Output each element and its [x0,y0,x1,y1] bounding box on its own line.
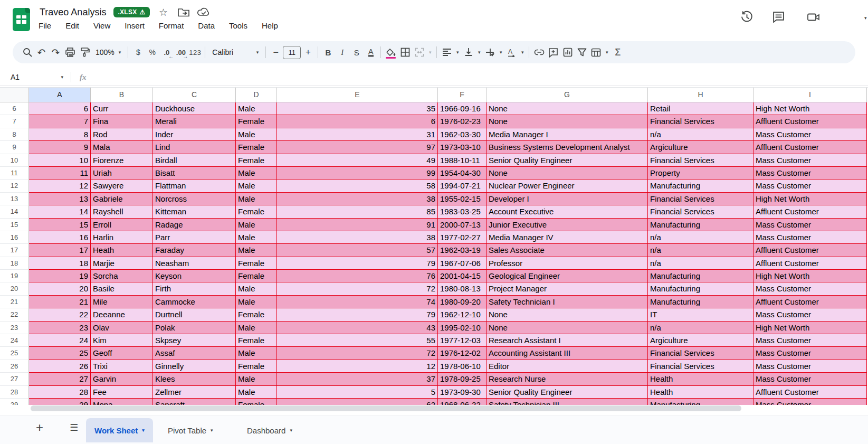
cell[interactable]: Mass Customer [753,154,867,167]
column-header-d[interactable]: D [236,88,277,102]
decrease-font-size-button[interactable]: − [269,45,283,60]
cell[interactable]: 1978-06-10 [438,360,487,373]
cell[interactable]: Argiculture [648,334,753,347]
cell[interactable]: Marjie [91,257,153,270]
cell[interactable]: None [487,115,648,128]
cell[interactable]: Bisatt [153,167,236,180]
insert-comment-icon[interactable] [546,45,560,60]
cell[interactable]: 6 [29,102,91,115]
cell[interactable]: Mass Customer [753,373,867,385]
increase-font-size-button[interactable]: + [301,45,315,60]
cell[interactable]: Klees [153,373,236,385]
more-formats-button[interactable]: 123 [188,45,202,60]
cell[interactable]: IT [648,308,753,321]
cell[interactable]: Financial Services [648,205,753,218]
cell[interactable]: Affluent Customer [753,386,867,399]
cell[interactable]: 28 [29,386,91,399]
fill-color-button[interactable] [384,45,398,60]
cell[interactable]: 27 [29,373,91,385]
cell[interactable]: Male [236,193,277,205]
cell[interactable]: 12 [29,180,91,192]
cell[interactable]: Mona [91,399,153,405]
cell[interactable]: High Net Worth [753,322,867,334]
cell[interactable]: Olav [91,322,153,334]
cell[interactable]: 1977-12-03 [438,334,487,347]
cell[interactable]: Erroll [91,219,153,231]
cell[interactable]: Retail [648,102,753,115]
cell[interactable]: Flattman [153,180,236,192]
table-tools-icon[interactable] [589,45,603,60]
all-sheets-button[interactable]: ☰ [70,422,78,433]
cell[interactable]: Male [236,102,277,115]
cell[interactable]: Safety Technician III [487,399,648,405]
cell[interactable]: Kim [91,334,153,347]
cell[interactable]: Female [236,141,277,154]
row-header[interactable]: 13 [0,193,29,205]
cell[interactable]: Mile [91,296,153,308]
cell[interactable]: Inder [153,128,236,141]
cell[interactable]: Female [236,334,277,347]
cell[interactable]: Male [236,296,277,308]
cell[interactable]: Rayshell [91,205,153,218]
cell[interactable]: Female [236,257,277,270]
cell[interactable]: Financial Services [648,347,753,360]
format-percent-icon[interactable]: % [145,45,159,60]
tab-dashboard[interactable]: Dashboard ▾ [239,418,301,442]
cell[interactable]: High Net Worth [753,102,867,115]
column-header-g[interactable]: G [487,88,648,102]
cell[interactable]: Mass Customer [753,360,867,373]
cell[interactable]: n/a [648,231,753,244]
cell[interactable]: Affluent Customer [753,244,867,257]
cell[interactable]: Senior Quality Engineer [487,154,648,167]
italic-button[interactable]: I [335,45,349,60]
cell[interactable]: 1976-12-02 [438,347,487,360]
cell[interactable]: Professor [487,257,648,270]
row-header[interactable]: 28 [0,386,29,399]
cell[interactable]: Fina [91,115,153,128]
menu-view[interactable]: View [93,21,110,30]
cell[interactable]: Manufacturing [648,270,753,282]
row-header[interactable]: 20 [0,282,29,295]
merge-cells-button[interactable] [412,45,426,60]
row-header[interactable]: 18 [0,257,29,270]
cell[interactable]: Merali [153,115,236,128]
cell[interactable]: Project Manager [487,282,648,295]
cell[interactable]: Trixi [91,360,153,373]
cell[interactable]: Account Executive [487,205,648,218]
cell[interactable]: Manufacturing [648,219,753,231]
cell[interactable]: 19 [29,270,91,282]
cell[interactable]: None [487,102,648,115]
cell[interactable]: Mass Customer [753,282,867,295]
select-all-corner[interactable] [0,88,29,102]
borders-button[interactable] [398,45,412,60]
increase-decimal-icon[interactable]: .00 → [174,45,188,60]
cell[interactable]: n/a [648,322,753,334]
cell[interactable]: n/a [648,257,753,270]
row-header[interactable]: 12 [0,180,29,192]
cell[interactable]: Basile [91,282,153,295]
font-select[interactable]: Calibri ▾ [208,45,263,60]
cell[interactable]: Affluent Customer [753,141,867,154]
cell[interactable]: Durtnell [153,308,236,321]
formula-input[interactable] [87,69,868,86]
row-header[interactable]: 21 [0,296,29,308]
cell[interactable]: 2000-07-13 [438,219,487,231]
menu-format[interactable]: Format [159,21,184,30]
table-tools-dropdown-icon[interactable]: ▾ [603,45,611,60]
menu-insert[interactable]: Insert [125,21,145,30]
cell[interactable]: Sawyere [91,180,153,192]
cell[interactable]: 74 [277,296,438,308]
paint-format-icon[interactable] [77,45,91,60]
row-header[interactable]: 19 [0,270,29,282]
cell[interactable]: 49 [277,154,438,167]
row-header[interactable]: 10 [0,154,29,167]
cell[interactable]: Affluent Customer [753,115,867,128]
cell[interactable]: Developer I [487,193,648,205]
column-header-a[interactable]: A [29,88,91,102]
cell[interactable]: n/a [648,244,753,257]
cell[interactable]: 62 [277,399,438,405]
cell[interactable]: 35 [277,102,438,115]
cell[interactable]: 5 [277,386,438,399]
cell[interactable]: 1980-09-20 [438,296,487,308]
cell[interactable]: 9 [29,141,91,154]
